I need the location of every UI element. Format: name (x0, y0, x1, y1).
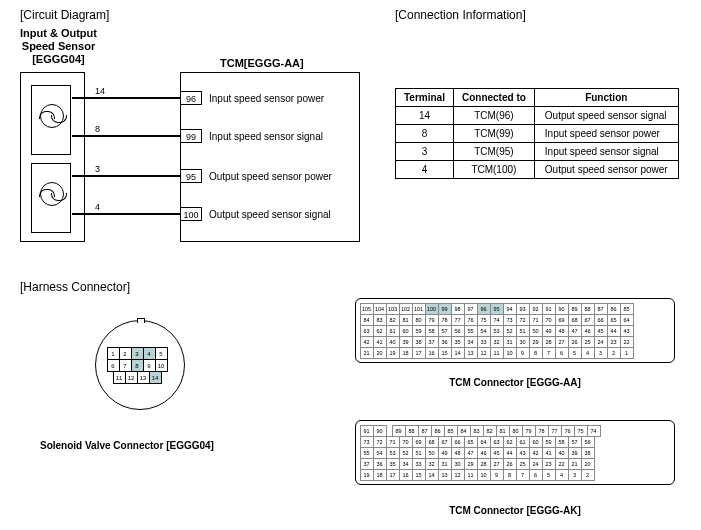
tcm-pin-6: 6 (555, 347, 569, 359)
coil-icon (40, 182, 64, 206)
output-sensor-box (31, 163, 71, 233)
sensor-label-line1: Input & Output (20, 27, 97, 40)
solenoid-pin-14: 14 (149, 371, 162, 384)
tcm-pin-13: 13 (464, 347, 478, 359)
pin-label-99: Input speed sensor signal (209, 131, 323, 142)
tcm-pin-99: 99 (180, 129, 202, 143)
wire-3 (72, 175, 180, 177)
wire-num-14: 14 (95, 86, 105, 96)
coil-icon (40, 104, 64, 128)
pin-label-95: Output speed sensor power (209, 171, 332, 182)
tcm-pin-10: 10 (503, 347, 517, 359)
wire-4 (72, 213, 180, 215)
harness-connector-title: [Harness Connector] (20, 280, 130, 294)
table-row: 8TCM(99)Input speed sensor power (396, 125, 679, 143)
tcm-pin-100: 100 (180, 207, 202, 221)
th-connected: Connected to (453, 89, 534, 107)
tcm-pin-9: 9 (516, 347, 530, 359)
sensor-block-label: Input & Output Speed Sensor [EGGG04] (20, 27, 97, 67)
solenoid-circle: 1234567891011121314 (95, 320, 185, 410)
tcm-pin-21: 21 (360, 347, 374, 359)
table-row: 14TCM(96)Output speed sensor signal (396, 107, 679, 125)
wire-num-8: 8 (95, 124, 100, 134)
wire-8 (72, 135, 180, 137)
tcm-pin-19: 19 (386, 347, 400, 359)
table-row: 3TCM(95)Input speed sensor signal (396, 143, 679, 161)
tcm-aa-label: TCM Connector [EGGG-AA] (355, 377, 675, 388)
circuit-diagram-title: [Circuit Diagram] (20, 8, 109, 22)
tcm-pin-12: 12 (477, 347, 491, 359)
table-row: 4TCM(100)Output speed sensor power (396, 161, 679, 179)
tcm-pin-18: 18 (399, 347, 413, 359)
tcm-pin-2: 2 (607, 347, 621, 359)
tcm-pin-96: 96 (180, 91, 202, 105)
tcm-pin-7: 7 (542, 347, 556, 359)
pin-label-100: Output speed sensor signal (209, 209, 331, 220)
tcm-pin-17: 17 (412, 347, 426, 359)
sensor-label-line3: [EGGG04] (20, 53, 97, 66)
tcm-outer-box: 96 Input speed sensor power 99 Input spe… (180, 72, 360, 242)
tcm-pin-1: 1 (620, 347, 634, 359)
table-header-row: Terminal Connected to Function (396, 89, 679, 107)
connection-info-title: [Connection Information] (395, 8, 526, 22)
input-sensor-box (31, 85, 71, 155)
pin-label-96: Input speed sensor power (209, 93, 324, 104)
solenoid-connector: 1234567891011121314 (95, 320, 185, 410)
tcm-ak-label: TCM Connector [EGGG-AK] (355, 505, 675, 516)
tcm-pin-95: 95 (180, 169, 202, 183)
tcm-pin-20: 20 (373, 347, 387, 359)
tcm-pin-8: 8 (529, 347, 543, 359)
tcm-pin-3: 3 (594, 347, 608, 359)
wire-num-3: 3 (95, 164, 100, 174)
tcm-pin-15: 15 (438, 347, 452, 359)
sensor-label-line2: Speed Sensor (20, 40, 97, 53)
tcm-connector-ak: 9190898887868584838281807978777675747372… (355, 420, 675, 485)
wire-num-4: 4 (95, 202, 100, 212)
th-function: Function (534, 89, 678, 107)
tcm-pin-11: 11 (490, 347, 504, 359)
tcm-pin-16: 16 (425, 347, 439, 359)
wire-14 (72, 97, 180, 99)
solenoid-label: Solenoid Valve Connector [EGGG04] (40, 440, 214, 451)
tcm-pin-4: 4 (581, 347, 595, 359)
connection-table: Terminal Connected to Function 14TCM(96)… (395, 88, 679, 179)
tcm-pin-14: 14 (451, 347, 465, 359)
th-terminal: Terminal (396, 89, 454, 107)
tcm-pin-5: 5 (568, 347, 582, 359)
tcm-connector-aa: 1051041031021011009998979695949392919089… (355, 298, 675, 363)
tcm-block-label: TCM[EGGG-AA] (220, 57, 304, 69)
